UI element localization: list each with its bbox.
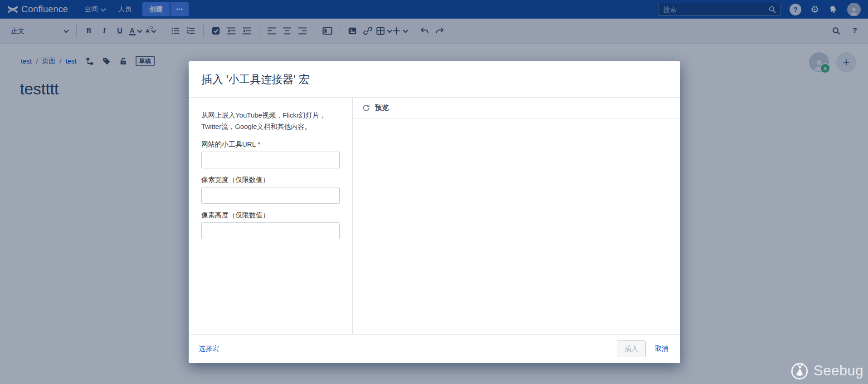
refresh-icon[interactable]: [362, 103, 371, 112]
widget-url-input[interactable]: [201, 152, 340, 168]
insert-button[interactable]: 插入: [617, 340, 646, 357]
width-field-label: 像素宽度（仅限数值）: [201, 176, 340, 184]
url-field-label: 网站的小工具URL*: [201, 140, 340, 149]
macro-parameters-panel: 从网上嵌入YouTube视频，Flickr幻灯片，Twitter流，Google…: [189, 98, 353, 334]
dialog-header: 插入 '小工具连接器' 宏: [189, 61, 680, 98]
dialog-title: 插入 '小工具连接器' 宏: [201, 72, 310, 87]
pixel-width-input[interactable]: [201, 187, 340, 204]
dialog-footer: 选择宏 插入 取消: [189, 334, 680, 363]
macro-description: 从网上嵌入YouTube视频，Flickr幻灯片，Twitter流，Google…: [201, 109, 340, 132]
select-macro-link[interactable]: 选择宏: [199, 345, 219, 353]
required-asterisk: *: [258, 140, 260, 148]
cancel-link[interactable]: 取消: [655, 345, 668, 353]
insert-macro-dialog: 插入 '小工具连接器' 宏 从网上嵌入YouTube视频，Flickr幻灯片，T…: [189, 61, 680, 363]
height-field-label: 像素高度（仅限数值）: [201, 211, 340, 220]
pixel-height-input[interactable]: [201, 222, 340, 239]
seebug-wordmark: Seebug: [814, 363, 863, 379]
preview-label: 预览: [375, 103, 389, 112]
preview-area: [353, 118, 680, 334]
seebug-logo-icon: [789, 360, 810, 381]
seebug-watermark: Seebug: [789, 360, 863, 381]
macro-preview-panel: 预览: [353, 98, 680, 334]
